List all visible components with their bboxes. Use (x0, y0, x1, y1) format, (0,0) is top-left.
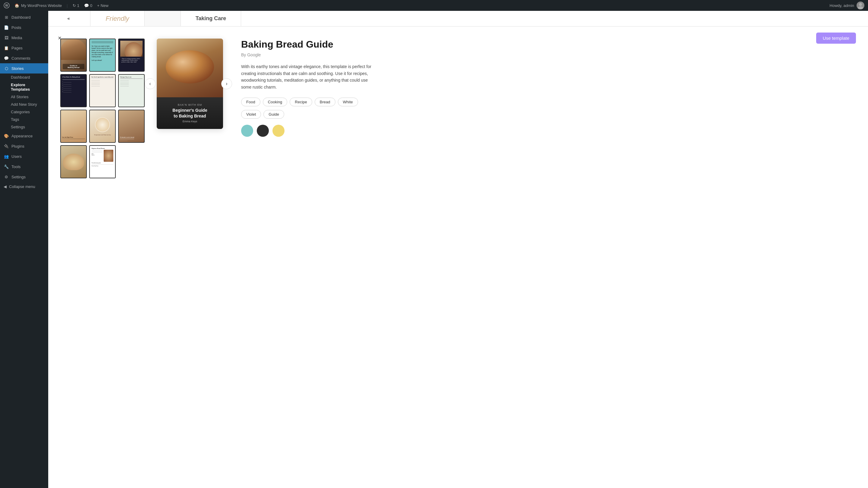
thumb-row-1: Guide toMaking Bread So I hear you want … (60, 38, 145, 72)
sidebar-sub-settings[interactable]: Settings (7, 123, 48, 131)
collapse-label: Collapse menu (9, 184, 35, 189)
sidebar: ⊞ Dashboard 📄 Posts 🖼 Media 📋 Pages 💬 Co… (0, 11, 48, 488)
thumb-1[interactable]: Guide toMaking Bread (60, 38, 87, 72)
sidebar-dashboard-label: Dashboard (11, 15, 31, 20)
house-icon: 🏠 (14, 3, 19, 8)
strip-item-friendly[interactable]: Friendly (90, 11, 145, 27)
preview-slide: BAK'N WITH EM Beginner's Guideto Baking … (157, 38, 223, 129)
plugins-icon: 🔌 (4, 143, 9, 149)
wp-logo-icon: W (4, 2, 10, 8)
strip-item-blank[interactable] (145, 11, 181, 27)
sidebar-comments-label: Comments (11, 56, 30, 61)
sidebar-item-dashboard[interactable]: ⊞ Dashboard (0, 12, 48, 22)
svg-point-3 (858, 6, 863, 9)
swatch-cream[interactable] (273, 125, 284, 137)
thumb-6[interactable]: Storage: Day is one _________________ __… (118, 74, 145, 107)
thumb-row-4: Beginner Bread Recipe Millie_ Macaro (60, 145, 145, 178)
sidebar-item-posts[interactable]: 📄 Posts (0, 22, 48, 33)
strip-item-taking-care[interactable]: Taking Care (181, 11, 241, 27)
sidebar-appearance-label: Appearance (11, 134, 33, 138)
stories-icon: ⬡ (4, 66, 9, 71)
sidebar-item-plugins[interactable]: 🔌 Plugins (0, 141, 48, 151)
topbar-site-link[interactable]: 🏠 My WordPress Website (14, 3, 62, 8)
tag-food[interactable]: Food (241, 98, 260, 106)
thumb-3[interactable]: "There is nothing mysterious about makin… (118, 38, 145, 72)
tag-recipe[interactable]: Recipe (290, 98, 312, 106)
topbar-right: Howdy, admin (830, 1, 864, 9)
tag-bread[interactable]: Bread (315, 98, 336, 106)
collapse-menu-button[interactable]: ◀ Collapse menu (0, 182, 48, 191)
tags-row-2: Violet Guide (241, 110, 850, 119)
appearance-icon: 🎨 (4, 133, 9, 138)
topbar-new[interactable]: + New (97, 3, 108, 8)
howdy-text: Howdy, admin (830, 3, 854, 8)
avatar[interactable] (857, 1, 864, 9)
swatch-dark[interactable] (257, 125, 269, 137)
sidebar-item-pages[interactable]: 📋 Pages (0, 43, 48, 53)
template-title: Baking Bread Guide (241, 38, 850, 50)
thumb-row-2: 6 Fast Rules For Making Bread 1. _______… (60, 74, 145, 107)
strip-item-1[interactable]: ◀ (48, 11, 90, 27)
thumb-2[interactable]: So I hear you want to bake bread! You've… (89, 38, 116, 72)
comments-count: 0 (90, 3, 92, 8)
swatch-teal[interactable] (241, 125, 253, 137)
thumbnails-panel: Guide toMaking Bread So I hear you want … (60, 38, 145, 178)
updates-icon: ↻ (73, 3, 76, 8)
thumb-7[interactable]: Use the Right Flour _______________ (60, 110, 87, 143)
dashboard-icon: ⊞ (4, 14, 9, 20)
preview-footer-author: Emma Keys (183, 120, 197, 123)
site-name: My WordPress Website (21, 3, 62, 8)
modal-close-button[interactable]: × (54, 33, 65, 43)
sidebar-media-label: Media (11, 36, 22, 40)
sidebar-settings-label: Settings (11, 175, 26, 179)
sidebar-item-stories[interactable]: ⬡ Stories (0, 63, 48, 73)
sidebar-pages-label: Pages (11, 46, 23, 50)
preview-next-button[interactable]: › (221, 78, 232, 89)
settings-icon: ⚙ (4, 174, 9, 180)
content-area: ◀ Friendly Taking Care × Use template (48, 11, 868, 488)
users-icon: 👥 (4, 154, 9, 159)
preview-footer-title: Beginner's Guideto Baking Bread (173, 107, 207, 119)
sidebar-sub-explore[interactable]: Explore Templates (7, 81, 48, 93)
tag-violet[interactable]: Violet (241, 110, 261, 119)
updates-count: 1 (77, 3, 79, 8)
tag-cooking[interactable]: Cooking (263, 98, 287, 106)
thumb-5[interactable]: Use fresh ingredients, especially yeast … (89, 74, 116, 107)
tags-row-1: Food Cooking Recipe Bread White (241, 98, 850, 106)
strip-taking-care-text: Taking Care (195, 15, 226, 22)
collapse-icon: ◀ (4, 184, 7, 189)
posts-icon: 📄 (4, 25, 9, 30)
strip-friendly-text: Friendly (105, 15, 129, 23)
sidebar-sub-categories[interactable]: Categories (7, 108, 48, 116)
sidebar-sub-all-stories[interactable]: All Stories (7, 93, 48, 101)
sidebar-item-comments[interactable]: 💬 Comments (0, 53, 48, 63)
preview-prev-button[interactable]: ‹ (145, 78, 156, 89)
topbar-comments[interactable]: 💬 0 (84, 3, 92, 8)
sidebar-sub-dashboard[interactable]: Dashboard (7, 73, 48, 81)
use-template-button[interactable]: Use template (816, 33, 856, 44)
preview-footer-sub: BAK'N WITH EM (178, 103, 202, 106)
sidebar-item-tools[interactable]: 🔧 Tools (0, 161, 48, 172)
tag-guide[interactable]: Guide (264, 110, 284, 119)
sidebar-item-appearance[interactable]: 🎨 Appearance (0, 131, 48, 141)
modal-body: Guide toMaking Bread So I hear you want … (48, 33, 868, 488)
topbar-updates[interactable]: ↻ 1 (73, 3, 79, 8)
tag-white[interactable]: White (338, 98, 358, 106)
thumb-4[interactable]: 6 Fast Rules For Making Bread 1. _______… (60, 74, 87, 107)
sidebar-sub-tags[interactable]: Tags (7, 116, 48, 123)
sidebar-item-settings[interactable]: ⚙ Settings (0, 172, 48, 182)
sidebar-sub-add-new[interactable]: Add New Story (7, 101, 48, 108)
sidebar-item-users[interactable]: 👥 Users (0, 151, 48, 161)
topbar: W 🏠 My WordPress Website | ↻ 1 💬 0 + New… (0, 0, 868, 11)
thumb-9[interactable]: To knead or not to knead _______________ (118, 110, 145, 143)
thumb-8[interactable]: Temperature and Yeast are key (89, 110, 116, 143)
color-swatches (241, 125, 850, 137)
sidebar-item-media[interactable]: 🖼 Media (0, 33, 48, 43)
sidebar-plugins-label: Plugins (11, 144, 24, 149)
pages-icon: 📋 (4, 45, 9, 51)
sidebar-users-label: Users (11, 154, 22, 159)
main-preview: ‹ BAK'N WITH EM Beginner's Guideto Bakin… (157, 38, 223, 129)
thumb-11[interactable]: Beginner Bread Recipe Millie_ Macaro (89, 145, 116, 178)
thumb-10[interactable] (60, 145, 87, 178)
media-icon: 🖼 (4, 35, 9, 40)
